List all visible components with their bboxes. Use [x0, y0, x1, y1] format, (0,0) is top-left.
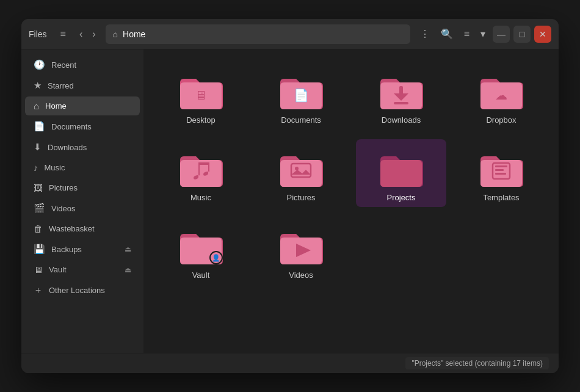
recent-icon: 🕐 [34, 59, 45, 70]
file-item-pictures[interactable]: Pictures [256, 139, 346, 207]
menu-button[interactable]: ≡ [57, 26, 70, 42]
sidebar-item-pictures[interactable]: 🖼 Pictures [25, 178, 140, 197]
view-options-button[interactable]: ▾ [477, 26, 489, 42]
home-icon: ⌂ [113, 29, 118, 39]
vault-sidebar-icon: 🖥 [34, 264, 43, 275]
file-grid: 🖥 Desktop 📄 Documents [156, 62, 546, 285]
file-label-vault: Vault [192, 270, 210, 280]
svg-rect-10 [495, 169, 504, 171]
svg-rect-11 [495, 173, 506, 175]
content-area: 🖥 Desktop 📄 Documents [143, 49, 559, 353]
svg-text:📄: 📄 [294, 88, 309, 103]
file-label-videos: Videos [289, 270, 313, 280]
sidebar-item-recent[interactable]: 🕐 Recent [25, 55, 140, 74]
sidebar-label-wastebasket: Wastebasket [49, 224, 95, 233]
backups-eject-icon[interactable]: ⏏ [125, 245, 131, 253]
file-item-projects[interactable]: Projects [356, 139, 446, 207]
minimize-button[interactable]: — [493, 26, 510, 43]
sidebar-label-documents: Documents [51, 122, 92, 131]
sidebar-item-wastebasket[interactable]: 🗑 Wastebasket [25, 219, 140, 238]
search-button[interactable]: 🔍 [437, 26, 457, 42]
sidebar-item-backups[interactable]: 💾 Backups ⏏ [25, 239, 140, 259]
window-controls: — □ ✕ [493, 26, 551, 43]
sidebar-item-downloads[interactable]: ⬇ Downloads [25, 137, 140, 157]
sidebar: 🕐 Recent ★ Starred ⌂ Home 📄 Documents ⬇ … [21, 49, 143, 353]
file-item-documents[interactable]: 📄 Documents [256, 62, 346, 129]
file-item-downloads[interactable]: Downloads [356, 62, 446, 129]
file-label-pictures: Pictures [287, 193, 316, 202]
svg-rect-2 [399, 86, 403, 95]
main-area: 🕐 Recent ★ Starred ⌂ Home 📄 Documents ⬇ … [21, 49, 559, 353]
back-button[interactable]: ‹ [76, 26, 86, 42]
sidebar-label-downloads: Downloads [48, 143, 87, 152]
location-bar[interactable]: ⌂ Home [106, 24, 410, 44]
main-window: Files ≡ ‹ › ⌂ Home ⋮ 🔍 ≡ ▾ — □ ✕ 🕐 Recen… [21, 19, 559, 373]
svg-text:☁: ☁ [495, 89, 507, 102]
file-label-music: Music [190, 193, 211, 202]
sidebar-item-documents[interactable]: 📄 Documents [25, 117, 140, 136]
sidebar-label-other-locations: Other Locations [49, 286, 105, 295]
sidebar-label-music: Music [45, 163, 65, 172]
file-item-vault[interactable]: 👤 Vault [156, 217, 246, 285]
file-item-desktop[interactable]: 🖥 Desktop [156, 62, 246, 129]
wastebasket-icon: 🗑 [34, 223, 43, 234]
sidebar-label-recent: Recent [51, 60, 76, 70]
backups-icon: 💾 [34, 244, 45, 255]
downloads-icon: ⬇ [34, 142, 42, 153]
svg-rect-4 [394, 102, 408, 104]
location-text: Home [123, 29, 145, 39]
file-label-desktop: Desktop [186, 115, 216, 125]
sidebar-label-vault: Vault [49, 265, 67, 274]
vault-user-overlay: 👤 [209, 251, 223, 264]
status-text: "Projects" selected (containing 17 items… [405, 357, 549, 369]
sidebar-label-home: Home [45, 101, 67, 111]
titlebar-actions: ⋮ 🔍 ≡ ▾ [416, 26, 489, 42]
forward-button[interactable]: › [89, 26, 99, 42]
sidebar-label-starred: Starred [48, 81, 74, 90]
svg-text:🖥: 🖥 [195, 89, 207, 102]
home-sidebar-icon: ⌂ [34, 101, 39, 111]
sidebar-item-music[interactable]: ♪ Music [25, 158, 140, 177]
maximize-button[interactable]: □ [513, 26, 531, 43]
svg-point-7 [295, 167, 299, 170]
file-label-templates: Templates [483, 193, 519, 202]
file-label-projects: Projects [387, 193, 416, 202]
file-item-videos[interactable]: Videos [256, 217, 346, 285]
more-options-button[interactable]: ⋮ [416, 26, 433, 42]
vault-eject-icon[interactable]: ⏏ [125, 266, 131, 274]
file-label-downloads: Downloads [382, 115, 421, 125]
file-label-documents: Documents [281, 115, 321, 125]
app-title: Files [29, 29, 47, 39]
sidebar-item-videos[interactable]: 🎬 Videos [25, 198, 140, 218]
music-icon: ♪ [34, 162, 38, 173]
sidebar-label-videos: Videos [51, 204, 76, 213]
nav-buttons: ‹ › [76, 26, 100, 42]
sidebar-label-backups: Backups [51, 245, 82, 254]
status-bar: "Projects" selected (containing 17 items… [21, 353, 559, 373]
sidebar-item-vault[interactable]: 🖥 Vault ⏏ [25, 260, 140, 279]
pictures-icon: 🖼 [34, 183, 43, 193]
file-item-dropbox[interactable]: ☁ Dropbox [456, 62, 546, 129]
documents-icon: 📄 [34, 121, 45, 132]
file-label-dropbox: Dropbox [486, 115, 516, 125]
sidebar-item-home[interactable]: ⌂ Home [25, 96, 140, 115]
file-item-music[interactable]: Music [156, 139, 246, 207]
sidebar-item-starred[interactable]: ★ Starred [25, 76, 140, 95]
titlebar: Files ≡ ‹ › ⌂ Home ⋮ 🔍 ≡ ▾ — □ ✕ [21, 19, 559, 49]
close-button[interactable]: ✕ [534, 26, 551, 43]
videos-icon: 🎬 [34, 203, 45, 214]
view-toggle-button[interactable]: ≡ [460, 26, 473, 42]
starred-icon: ★ [34, 80, 42, 91]
sidebar-label-pictures: Pictures [49, 183, 78, 192]
svg-rect-9 [495, 165, 507, 167]
file-item-templates[interactable]: Templates [456, 139, 546, 207]
sidebar-item-other-locations[interactable]: ＋ Other Locations [25, 280, 140, 300]
other-locations-icon: ＋ [34, 285, 43, 296]
